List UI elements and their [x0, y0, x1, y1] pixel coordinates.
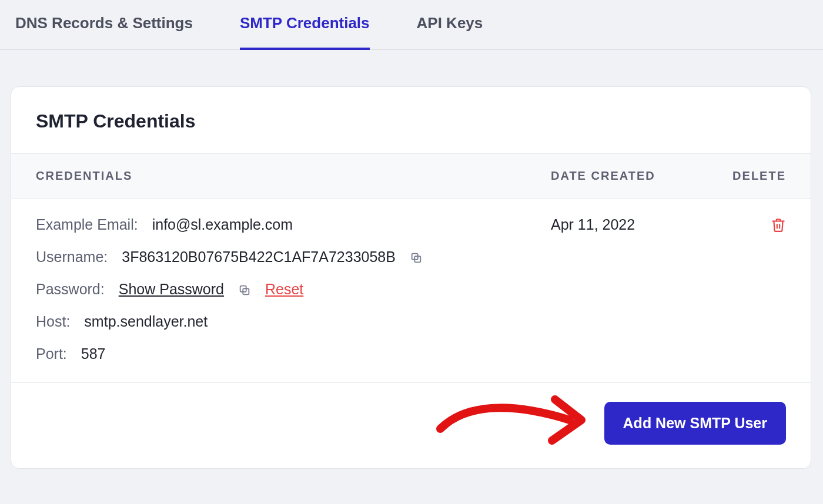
annotation-arrow-icon: [434, 388, 593, 458]
tab-dns-records-settings[interactable]: DNS Records & Settings: [15, 0, 193, 50]
tab-smtp-credentials[interactable]: SMTP Credentials: [240, 0, 370, 50]
show-password-link[interactable]: Show Password: [119, 281, 224, 298]
col-header-credentials: Credentials: [36, 169, 551, 183]
tab-api-keys[interactable]: API Keys: [417, 0, 483, 50]
copy-icon[interactable]: [238, 283, 251, 296]
table-row: Example Email: info@sl.example.com Usern…: [11, 199, 811, 383]
username-label: Username:: [36, 248, 108, 266]
host-line: Host: smtp.sendlayer.net: [36, 313, 551, 330]
card-footer: Add New SMTP User: [11, 383, 811, 468]
password-line: Password: Show Password Reset: [36, 281, 551, 298]
date-created-cell: Apr 11, 2022: [551, 216, 704, 362]
card-title: SMTP Credentials: [11, 87, 811, 153]
username-value: 3F863120B07675B422C1AF7A7233058B: [122, 248, 396, 266]
host-label: Host:: [36, 313, 70, 330]
trash-icon[interactable]: [771, 217, 786, 234]
port-value: 587: [81, 345, 106, 362]
delete-cell: [704, 216, 786, 362]
col-header-delete: Delete: [704, 169, 786, 183]
example-email-line: Example Email: info@sl.example.com: [36, 216, 551, 233]
table-header: Credentials Date Created Delete: [11, 153, 811, 199]
host-value: smtp.sendlayer.net: [84, 313, 208, 330]
col-header-date-created: Date Created: [551, 169, 704, 183]
example-email-label: Example Email:: [36, 216, 138, 233]
port-label: Port:: [36, 345, 67, 362]
example-email-value: info@sl.example.com: [152, 216, 293, 233]
reset-password-link[interactable]: Reset: [265, 281, 303, 298]
add-new-smtp-user-button[interactable]: Add New SMTP User: [604, 402, 786, 445]
copy-icon[interactable]: [410, 251, 423, 264]
credentials-cell: Example Email: info@sl.example.com Usern…: [36, 216, 551, 362]
port-line: Port: 587: [36, 345, 551, 362]
tabs: DNS Records & Settings SMTP Credentials …: [0, 0, 823, 50]
smtp-credentials-card: SMTP Credentials Credentials Date Create…: [11, 86, 811, 469]
username-line: Username: 3F863120B07675B422C1AF7A723305…: [36, 248, 551, 266]
password-label: Password:: [36, 281, 105, 298]
